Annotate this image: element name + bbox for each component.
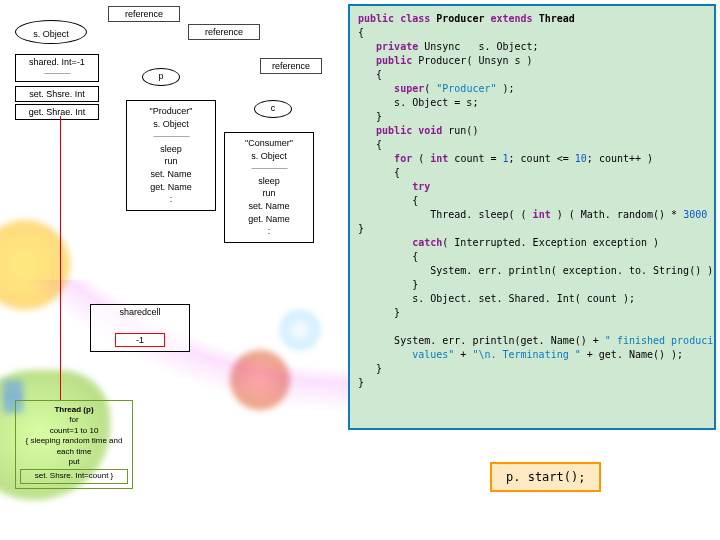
consumer-getname: get. Name — [232, 213, 306, 226]
threadp-for: for — [20, 415, 128, 425]
threadp-put: put — [20, 457, 128, 467]
sharedcell-box: sharedcell -1 — [90, 304, 190, 352]
producer-sep: ------------------ — [134, 130, 208, 143]
p-var-oval: p — [142, 68, 180, 86]
threadp-set: set. Shsre. Int=count } — [20, 469, 128, 483]
setshsreint-box: set. Shsre. Int — [15, 86, 99, 102]
consumer-sleep: sleep — [232, 175, 306, 188]
consumer-colon: : — [232, 225, 306, 238]
producer-setname: set. Name — [134, 168, 208, 181]
sharedcell-value: -1 — [115, 333, 165, 347]
consumer-name: "Consumer" — [232, 137, 306, 150]
sharedint-text: shared. Int=-1 — [29, 57, 85, 67]
consumer-run: run — [232, 187, 306, 200]
producer-sleep: sleep — [134, 143, 208, 156]
getshraeint-box: get. Shrae. Int — [15, 104, 99, 120]
producer-colon: : — [134, 193, 208, 206]
threadp-sleep: { sleeping random time and each time — [20, 436, 128, 457]
producer-run: run — [134, 155, 208, 168]
thread-p-box: Thread (p) for count=1 to 10 { sleeping … — [15, 400, 133, 489]
threadp-count: count=1 to 10 — [20, 426, 128, 436]
consumer-object-box: "Consumer" s. Object ------------------ … — [224, 132, 314, 243]
producer-object-box: "Producer" s. Object ------------------ … — [126, 100, 216, 211]
c-var-oval: c — [254, 100, 292, 118]
code-block[interactable]: public class Producer extends Thread { p… — [348, 4, 716, 430]
sharedint-box: shared. Int=-1 ------------- — [15, 54, 99, 82]
reference-label-1: reference — [108, 6, 180, 22]
producer-name: "Producer" — [134, 105, 208, 118]
reference-label-3: reference — [260, 58, 322, 74]
consumer-sep: ------------------ — [232, 162, 306, 175]
consumer-setname: set. Name — [232, 200, 306, 213]
red-connector — [60, 116, 61, 400]
producer-sobject: s. Object — [134, 118, 208, 131]
producer-getname: get. Name — [134, 181, 208, 194]
sobject-oval: s. Object — [15, 20, 87, 44]
reference-label-2: reference — [188, 24, 260, 40]
separator: ------------- — [44, 68, 70, 78]
sharedcell-label: sharedcell — [93, 307, 187, 317]
pstart-box[interactable]: p. start(); — [490, 462, 601, 492]
threadp-title: Thread (p) — [20, 405, 128, 415]
consumer-sobject: s. Object — [232, 150, 306, 163]
